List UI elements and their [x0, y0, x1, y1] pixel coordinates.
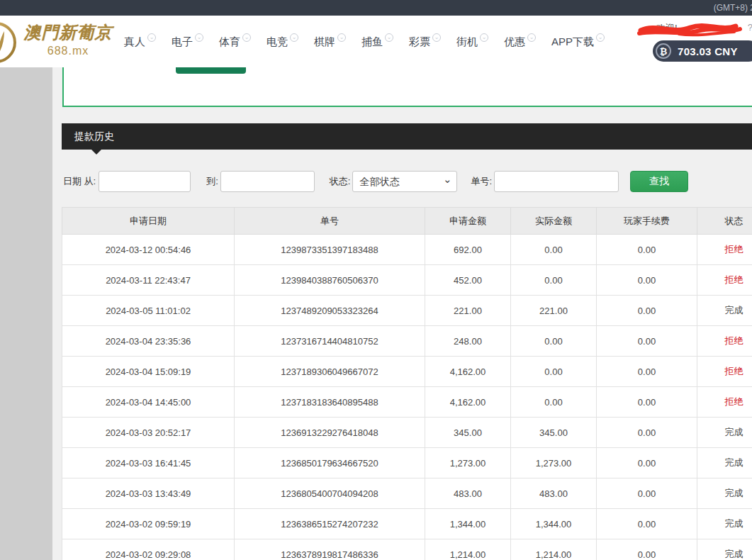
status-value: 完成 [697, 509, 752, 539]
topbar: (GMT+8) 2 [0, 0, 752, 16]
withdraw-form-box [62, 66, 752, 107]
cell-actual: 483.00 [511, 478, 597, 509]
cell-amount: 221.00 [425, 296, 511, 326]
status-value: 完成 [697, 418, 752, 448]
brand[interactable]: 澳門新葡京 688.mx [23, 21, 113, 57]
status-value: 完成 [697, 448, 752, 478]
table-row: 2024-03-05 11:01:02123748920905332326422… [62, 296, 752, 326]
date-from-label: 日期 从: [63, 175, 96, 188]
table-header-row: 申请日期单号申请金额实际金额玩家手续费状态 [62, 208, 752, 235]
circle-chevron-icon: ⌄ [432, 33, 441, 42]
status-value: 拒绝 [697, 387, 752, 418]
nav-item-label: APP下载 [551, 35, 594, 49]
column-header: 申请金额 [425, 208, 511, 235]
balance-pill[interactable]: ₿ 703.03 CNY [653, 40, 752, 62]
cell-date: 2024-03-04 23:35:36 [62, 326, 235, 357]
date-to-input[interactable] [220, 171, 315, 192]
nav-item-8[interactable]: 优惠⌄ [504, 35, 536, 49]
cell-order: 1236913229276418048 [235, 418, 425, 448]
cell-fee: 0.00 [597, 478, 697, 509]
nav-item-label: 棋牌 [314, 35, 335, 49]
nav-item-label: 电子 [172, 35, 193, 49]
status-value: 完成 [697, 539, 752, 560]
section-header: 提款历史 [62, 123, 752, 150]
cell-date: 2024-03-02 09:29:08 [62, 539, 235, 560]
cell-amount: 452.00 [425, 265, 511, 296]
search-button[interactable]: 查找 [630, 171, 688, 192]
column-header: 实际金额 [511, 208, 597, 235]
nav-item-4[interactable]: 棋牌⌄ [314, 35, 346, 49]
cell-date: 2024-03-03 20:52:17 [62, 418, 235, 448]
table-row: 2024-03-04 23:35:36123731671440481075224… [62, 326, 752, 357]
status-value: 拒绝 [697, 326, 752, 357]
cell-fee: 0.00 [597, 448, 697, 478]
nav-item-label: 捕鱼 [361, 35, 383, 49]
circle-chevron-icon: ⌄ [527, 33, 536, 42]
nav-item-6[interactable]: 彩票⌄ [409, 35, 441, 49]
cell-order: 1236378919817486336 [235, 539, 425, 560]
cell-order: 1239840388760506370 [235, 265, 425, 296]
nav-item-5[interactable]: 捕鱼⌄ [361, 35, 393, 49]
cell-actual: 0.00 [511, 265, 597, 296]
cell-fee: 0.00 [597, 326, 697, 357]
nav-menu: 真人⌄电子⌄体育⌄电竞⌄棋牌⌄捕鱼⌄彩票⌄街机⌄优惠⌄APP下载⌄ [124, 16, 605, 67]
nav-item-label: 真人 [124, 35, 145, 49]
help-icon[interactable]: ? [748, 22, 752, 33]
cell-amount: 248.00 [425, 326, 511, 357]
left-gutter [0, 67, 52, 560]
cell-amount: 345.00 [425, 418, 511, 448]
cell-fee: 0.00 [597, 357, 697, 387]
nav-item-9[interactable]: APP下载⌄ [551, 35, 605, 49]
cell-actual: 221.00 [511, 296, 597, 326]
status-value: 拒绝 [697, 235, 752, 265]
column-header: 申请日期 [62, 208, 235, 235]
cell-actual: 345.00 [511, 418, 597, 448]
cell-actual: 1,273.00 [511, 448, 597, 478]
nav-item-2[interactable]: 体育⌄ [219, 35, 251, 49]
cell-date: 2024-03-12 00:54:46 [62, 235, 235, 265]
nav-item-label: 优惠 [504, 35, 525, 49]
cell-order: 1239873351397183488 [235, 235, 425, 265]
column-header: 玩家手续费 [597, 208, 697, 235]
table-row: 2024-03-12 00:54:46123987335139718348869… [62, 235, 752, 265]
order-number-input[interactable] [494, 171, 619, 192]
cell-date: 2024-03-11 22:43:47 [62, 265, 235, 296]
timezone-label: (GMT+8) 2 [714, 3, 752, 13]
red-scribble-redaction [636, 19, 743, 39]
cell-fee: 0.00 [597, 509, 697, 539]
status-value: 拒绝 [697, 265, 752, 296]
date-from-input[interactable] [99, 171, 191, 192]
status-value: 完成 [697, 478, 752, 509]
date-to-label: 到: [206, 175, 218, 188]
column-header: 状态 [697, 208, 752, 235]
cell-fee: 0.00 [597, 296, 697, 326]
cell-actual: 0.00 [511, 387, 597, 418]
cell-date: 2024-03-03 13:43:49 [62, 478, 235, 509]
balance-amount: 703.03 CNY [678, 45, 738, 57]
section-title: 提款历史 [62, 123, 752, 150]
nav-item-3[interactable]: 电竞⌄ [266, 35, 298, 49]
status-select[interactable]: 全部状态 [352, 171, 457, 192]
table-row: 2024-03-02 09:59:1912363865152742072321,… [62, 509, 752, 539]
table-body: 2024-03-12 00:54:46123987335139718348869… [62, 235, 752, 560]
section-pointer-icon [91, 150, 101, 155]
cell-date: 2024-03-02 09:59:19 [62, 509, 235, 539]
nav-item-0[interactable]: 真人⌄ [124, 35, 156, 49]
table-row: 2024-03-03 13:43:49123680540070409420848… [62, 478, 752, 509]
nav-item-label: 体育 [219, 35, 240, 49]
nav-item-7[interactable]: 街机⌄ [456, 35, 488, 49]
cell-fee: 0.00 [597, 265, 697, 296]
cell-amount: 483.00 [425, 478, 511, 509]
cell-actual: 1,344.00 [511, 509, 597, 539]
cell-date: 2024-03-03 16:41:45 [62, 448, 235, 478]
brand-domain: 688.mx [23, 45, 113, 57]
circle-chevron-icon: ⌄ [147, 33, 156, 42]
nav-item-label: 彩票 [409, 35, 430, 49]
circle-chevron-icon: ⌄ [337, 33, 346, 42]
table-row: 2024-03-04 14:45:0012371831836408954884,… [62, 387, 752, 418]
table-row: 2024-03-04 15:09:1912371893060496670724,… [62, 357, 752, 387]
brand-name: 澳門新葡京 [23, 21, 113, 44]
cell-order: 1236850179634667520 [235, 448, 425, 478]
nav-item-1[interactable]: 电子⌄ [172, 35, 203, 49]
nav-item-label: 电竞 [266, 35, 288, 49]
